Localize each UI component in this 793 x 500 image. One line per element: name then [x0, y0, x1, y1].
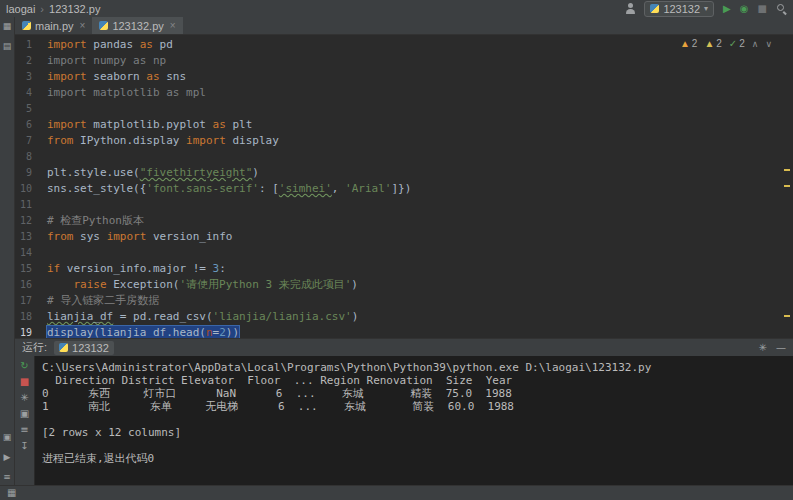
line-number[interactable]: 3 [15, 69, 32, 85]
line-number[interactable]: 16 [15, 277, 32, 293]
tool-windows-toggle-icon[interactable]: ▦ [7, 488, 16, 498]
code-token: ]}) [391, 182, 411, 195]
breadcrumb-project[interactable]: laogai [6, 3, 35, 15]
code-token: pandas [87, 38, 140, 51]
code-token: "fivethirtyeight" [140, 166, 253, 179]
rerun-icon[interactable]: ↻ [20, 361, 28, 371]
line-number[interactable]: 14 [15, 245, 32, 261]
line-number[interactable]: 15 [15, 261, 32, 277]
line-number[interactable]: 17 [15, 293, 32, 309]
favorites-tool-icon[interactable]: ▣ [3, 432, 12, 442]
scroll-to-end-icon[interactable]: ↧ [20, 441, 28, 451]
code-token: version_info.major != [60, 262, 212, 275]
code-line-8[interactable] [47, 149, 793, 165]
search-icon[interactable] [776, 3, 787, 14]
stripe-mark[interactable] [784, 185, 790, 187]
line-number[interactable]: 1 [15, 37, 32, 53]
code-token: import [186, 134, 226, 147]
typo-indicator[interactable]: ✓2 [729, 38, 745, 49]
weak-warning-icon: ▲ [704, 38, 714, 49]
line-number[interactable]: 4 [15, 85, 32, 101]
code-line-11[interactable] [47, 197, 793, 213]
code-line-19[interactable]: display(lianjia_df.head(n=2)) [47, 325, 793, 338]
users-icon[interactable] [625, 3, 635, 14]
code-line-9[interactable]: plt.style.use("fivethirtyeight") [47, 165, 793, 181]
terminal-tool-icon[interactable]: ≡ [3, 472, 11, 482]
code-line-5[interactable] [47, 101, 793, 117]
code-line-12[interactable]: # 检查Python版本 [47, 213, 793, 229]
close-icon[interactable]: × [170, 20, 176, 31]
line-number[interactable]: 11 [15, 197, 32, 213]
code-line-3[interactable]: import seaborn as sns [47, 69, 793, 85]
line-number[interactable]: 10 [15, 181, 32, 197]
pycharm-window: laogai › 123132.py 123132 ▾ ▶ ◉ ■ ▦▤ ▣▶≡ [0, 0, 793, 500]
minimize-icon[interactable]: — [776, 343, 786, 353]
code-line-7[interactable]: from IPython.display import display [47, 133, 793, 149]
tab-123132-py[interactable]: 123132.py × [92, 17, 182, 34]
line-number[interactable]: 13 [15, 229, 32, 245]
pin-icon[interactable]: ▣ [20, 409, 29, 419]
gear-icon[interactable]: ✳ [759, 343, 767, 353]
code-token: Exception( [107, 278, 180, 291]
line-number[interactable]: 8 [15, 149, 32, 165]
project-tool-icon[interactable]: ▦ [3, 21, 12, 31]
code-token: sys [74, 230, 107, 243]
code-token: import [107, 230, 147, 243]
debug-button[interactable]: ◉ [740, 4, 749, 14]
code-token: plt.style.use( [47, 166, 140, 179]
warning-icon: ▲ [680, 38, 690, 49]
line-number[interactable]: 19 [15, 325, 32, 338]
line-number[interactable]: 2 [15, 53, 32, 69]
code-line-13[interactable]: from sys import version_info [47, 229, 793, 245]
code-token: )) [226, 326, 239, 338]
line-number[interactable]: 5 [15, 101, 32, 117]
code-token: : [ [259, 182, 279, 195]
close-icon[interactable]: × [80, 20, 86, 31]
code-line-14[interactable] [47, 245, 793, 261]
settings-icon[interactable]: ✳ [20, 393, 28, 403]
code-token: import [47, 118, 87, 131]
console-output[interactable]: C:\Users\Administrator\AppData\Local\Pro… [35, 356, 793, 485]
stop-button[interactable]: ■ [758, 4, 767, 14]
breadcrumb-file[interactable]: 123132.py [49, 3, 100, 15]
code-token: ) [351, 278, 358, 291]
code-token: '请使用Python 3 来完成此项目' [179, 278, 351, 291]
editor[interactable]: 12345678910111213141516171819 import pan… [15, 35, 793, 338]
editor-gutter[interactable]: 12345678910111213141516171819 [15, 35, 41, 338]
code-line-4[interactable]: import matplotlib as mpl [47, 85, 793, 101]
weak-warning-indicator[interactable]: ▲2 [704, 38, 721, 49]
error-stripe[interactable] [781, 35, 793, 338]
code-line-17[interactable]: # 导入链家二手房数据 [47, 293, 793, 309]
stop-icon[interactable]: ■ [20, 377, 29, 387]
inspections-widget[interactable]: ▲2▲2✓2∧∨ [677, 38, 775, 49]
next-issue-icon[interactable]: ∨ [765, 39, 772, 49]
console-line [42, 413, 793, 426]
warning-indicator[interactable]: ▲2 [680, 38, 697, 49]
typo-icon: ✓ [729, 38, 737, 49]
console-line: 1 南北 东单 无电梯 6 ... 东城 简装 60.0 1988 [42, 400, 793, 413]
code-token: from [47, 230, 74, 243]
stripe-mark[interactable] [784, 169, 790, 171]
tab-label: 123132.py [112, 20, 163, 32]
line-number[interactable]: 6 [15, 117, 32, 133]
run-tool-window-icon[interactable]: ▶ [4, 452, 11, 462]
run-config-selector[interactable]: 123132 ▾ [644, 1, 714, 17]
run-tab[interactable]: 123132 [54, 341, 114, 355]
prev-issue-icon[interactable]: ∧ [752, 39, 759, 49]
code-line-10[interactable]: sns.set_style({'font.sans-serif': ['simh… [47, 181, 793, 197]
line-number[interactable]: 12 [15, 213, 32, 229]
line-number[interactable]: 18 [15, 309, 32, 325]
soft-wrap-icon[interactable]: ≡ [20, 425, 28, 435]
structure-tool-icon[interactable]: ▤ [3, 41, 12, 51]
code-line-6[interactable]: import matplotlib.pyplot as plt [47, 117, 793, 133]
tab-main-py[interactable]: main.py × [15, 17, 92, 34]
run-button[interactable]: ▶ [723, 4, 731, 14]
code-line-18[interactable]: lianjia_df = pd.read_csv('lianjia/lianji… [47, 309, 793, 325]
code-line-15[interactable]: if version_info.major != 3: [47, 261, 793, 277]
stripe-mark[interactable] [784, 315, 790, 317]
line-number[interactable]: 9 [15, 165, 32, 181]
code-area[interactable]: import pandas as pdimport numpy as npimp… [41, 35, 793, 338]
code-line-2[interactable]: import numpy as np [47, 53, 793, 69]
code-line-16[interactable]: raise Exception('请使用Python 3 来完成此项目') [47, 277, 793, 293]
line-number[interactable]: 7 [15, 133, 32, 149]
